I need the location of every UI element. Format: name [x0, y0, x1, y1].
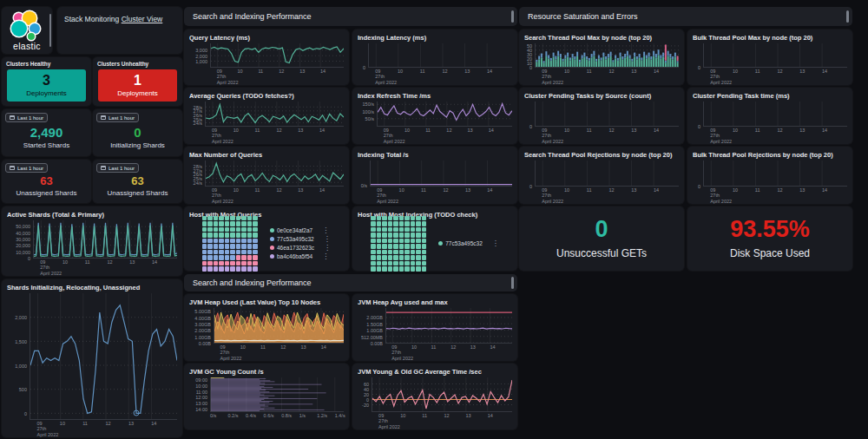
unsuccessful-gets-value: 0: [595, 218, 608, 241]
chart-area: 1,0002,0003,000: [189, 43, 344, 68]
plot-area: [703, 161, 847, 187]
scrollbar[interactable]: [846, 10, 849, 23]
unassigned-shards-value: 63: [40, 174, 52, 187]
legend-options-icon[interactable]: ⋮: [324, 246, 331, 251]
panel-title: Search Thread Pool Max by node (top 20): [524, 34, 679, 42]
y-axis: 0: [358, 43, 368, 68]
legend-options-icon[interactable]: ⋮: [322, 254, 329, 259]
dashboard: elastic Stack Monitoring Cluster View Cl…: [0, 0, 868, 439]
legend-item[interactable]: ba4c46ba5f54⋮: [270, 253, 331, 259]
y-axis: 0: [524, 161, 535, 187]
chart-area: 05001,0001,5002,000: [7, 293, 177, 420]
chart-area: 01020304050: [524, 43, 679, 68]
legend-options-icon[interactable]: ⋮: [322, 228, 329, 233]
panel-clusters-healthy: Clusters Healthy 3 Deployments: [2, 57, 91, 106]
scrollbar[interactable]: [511, 277, 514, 289]
badge-label: Last 1 hour: [108, 115, 135, 121]
unassigned-shards-label: Unassigned Shards: [16, 189, 77, 198]
plot-area: [210, 377, 344, 412]
started-shards-label: Started Shards: [23, 141, 69, 150]
panel-jvm-gc-young: JVM GC Young Count /s09:0010:0011:0012:0…: [184, 364, 349, 429]
legend: 0e0ce34af2a7⋮77c53a495c32⋮46ea1732623c⋮b…: [270, 227, 331, 259]
panel-bulk-rejections: Bulk Thread Pool Rejections by node (top…: [687, 147, 852, 204]
y-axis: 0: [524, 102, 535, 127]
y-axis: 24/s25/s26/s27/s28/s: [189, 161, 205, 187]
panel-title: Cluster Pending Tasks by Source (count): [524, 92, 679, 100]
plot-area: [703, 102, 847, 127]
y-axis: 0.00B512.00MB1.00GB1.50GB2.00GB: [358, 308, 385, 344]
legend-item[interactable]: 46ea1732623c⋮: [270, 245, 331, 251]
plot-area: [205, 161, 344, 187]
plot-area: [210, 43, 344, 68]
plot-area: [535, 43, 679, 68]
legend-item[interactable]: 77c53a495c32⋮: [270, 236, 331, 242]
panel-jvm-gc-time: JVM Young & Old GC Average Time /sec-200…: [352, 364, 517, 429]
panel-title: JVM Young & Old GC Average Time /sec: [358, 368, 512, 376]
panel-title: Cluster Pending Task time (ms): [693, 92, 847, 100]
panel-shards-initializing: Shards Initializing, Relocating, Unassig…: [2, 279, 182, 437]
disk-space-label: Disk Space Used: [730, 247, 810, 259]
panel-max-queries: Max Number of Queries24/s25/s26/s27/s28/…: [184, 147, 349, 204]
panel-host-most-queries: Host with Most Queries0e0ce34af2a7⋮77c53…: [184, 206, 349, 271]
panel-disk-space-used: 93.55% Disk Space Used: [687, 206, 852, 271]
legend-item[interactable]: 0e0ce34af2a7⋮: [270, 227, 331, 233]
x-axis: 09101112131427thApril 2022: [535, 127, 679, 140]
chart-area: 0: [693, 43, 847, 68]
y-axis: 01020304050: [524, 43, 535, 68]
chart-area: 24/s25/s26/s27/s28/s: [189, 102, 344, 127]
panel-indexing-latency: Indexing Latency (ms)009101112131427thAp…: [352, 29, 517, 85]
panel-search-thread-pool-max: Search Thread Pool Max by node (top 20)0…: [519, 29, 684, 85]
legend-options-icon[interactable]: ⋮: [324, 237, 331, 242]
plot-area: [368, 43, 512, 68]
y-axis: -200204060: [358, 377, 372, 412]
calendar-icon: [10, 166, 15, 170]
unhealthy-tile: 1 Deployments: [98, 69, 177, 102]
y-axis: 0: [693, 102, 703, 127]
plot-area: [214, 308, 344, 344]
legend-item[interactable]: 77c53a495c32⋮: [438, 240, 499, 246]
x-axis: 09101112131427thApril 2022: [368, 68, 512, 81]
x-axis: 09101112131427thApril 2022: [703, 127, 847, 140]
panel-title: Indexing Total /s: [358, 151, 512, 159]
panel-title: Index Refresh Time /ms: [358, 92, 512, 100]
panel-initializing-shards: Last 1 hour 0 Initializing Shards: [93, 109, 182, 156]
panel-cluster-view: Stack Monitoring Cluster View: [57, 7, 182, 54]
cluster-view-link[interactable]: Cluster View: [122, 15, 163, 23]
calendar-icon: [101, 115, 106, 120]
x-axis: 09101112131427thApril 2022: [703, 187, 847, 200]
panel-title: Clusters Unhealthy: [97, 61, 179, 67]
chart-area: -200204060: [358, 377, 512, 412]
legend-dot-icon: [270, 246, 274, 250]
x-axis: 09101112131427thApril 2022: [370, 187, 512, 200]
initializing-shards-value: 0: [134, 125, 141, 140]
panel-title: Average Queries (TODO fetches?): [189, 92, 344, 100]
time-range-badge: Last 1 hour: [5, 163, 48, 173]
x-axis: 09101112131427thApril 2022: [377, 127, 512, 140]
plot-area: [703, 43, 847, 68]
plot-area: [33, 220, 177, 259]
legend-options-icon[interactable]: ⋮: [492, 241, 499, 246]
panel-title: JVM Heap Used (Last Value) Top 10 Nodes: [189, 298, 344, 306]
section-header-search-indexing: Search and Indexing Performance: [184, 7, 517, 26]
panel-cluster-pending-tasks: Cluster Pending Tasks by Source (count)0…: [519, 88, 684, 144]
plot-area: [30, 293, 177, 420]
unhealthy-count: 1: [134, 73, 141, 88]
chart-area: 0.00B512.00MB1.00GB1.50GB2.00GB: [358, 308, 512, 344]
panel-index-refresh-time: Index Refresh Time /ms50/s100/s150/s0910…: [352, 88, 517, 144]
scrollbar[interactable]: [511, 10, 514, 23]
panel-title: Shards Initializing, Relocating, Unassig…: [7, 284, 177, 292]
legend-dot-icon: [270, 254, 274, 259]
scrollbar[interactable]: [49, 14, 52, 47]
panel-average-queries: Average Queries (TODO fetches?)24/s25/s2…: [184, 88, 349, 144]
panel-title: Bulk Thread Pool Rejections by node (top…: [693, 151, 847, 159]
chart-area: 24/s25/s26/s27/s28/s: [189, 161, 344, 187]
y-axis: 50/s100/s150/s: [358, 102, 377, 127]
badge-label: Last 1 hour: [17, 166, 43, 171]
x-axis: 09101112131427thApril 2022: [703, 68, 847, 81]
section-title: Search and Indexing Performance: [193, 278, 312, 287]
chart-area: 0: [358, 43, 512, 68]
section-header-jvm: Search and Indexing Performance: [184, 274, 517, 292]
x-axis: 09101112131427thApril 2022: [205, 127, 344, 140]
panel-title: JVM GC Young Count /s: [189, 368, 344, 376]
plot-area: [205, 102, 344, 127]
